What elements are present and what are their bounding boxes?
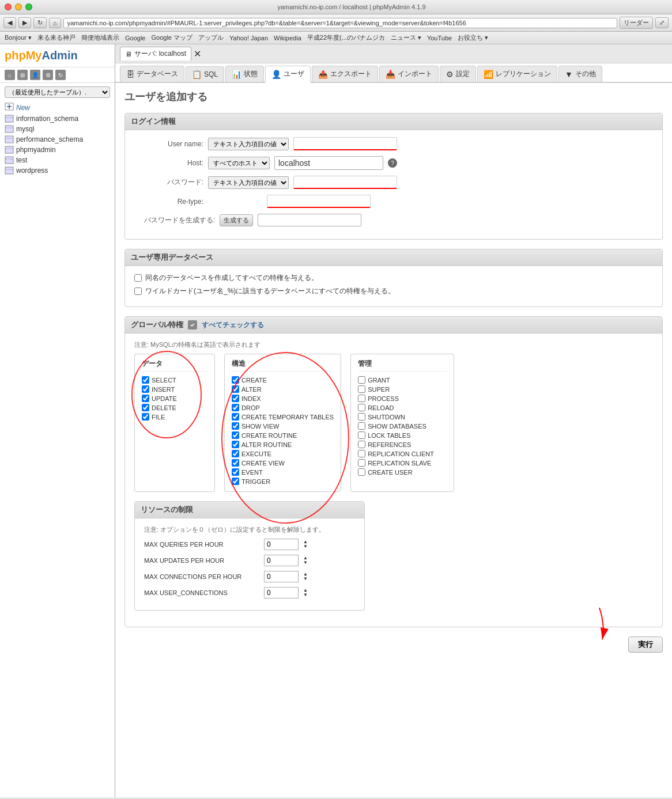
bookmark-wikipedia[interactable]: Wikipedia (274, 35, 301, 41)
sidebar-item-phpmyadmin[interactable]: phpmyadmin (0, 145, 115, 155)
refresh-button[interactable]: ↻ (33, 17, 47, 28)
sidebar-item-wordpress[interactable]: wordpress (0, 165, 115, 176)
password-input[interactable] (293, 176, 397, 189)
bookmark-chiiki[interactable]: 簡便地域表示 (81, 33, 119, 42)
bookmark-yahoo[interactable]: Yahoo! Japan (229, 35, 268, 41)
forward-button[interactable]: ▶ (18, 17, 31, 28)
db-icon (5, 166, 14, 175)
host-label: Host: (134, 159, 203, 167)
checkbox-process[interactable] (358, 395, 365, 402)
sidebar-item-test[interactable]: test (0, 155, 115, 165)
checkbox-execute[interactable] (232, 450, 239, 457)
checkbox-create-temp[interactable] (232, 413, 239, 421)
reader-button[interactable]: リーダー (620, 17, 653, 29)
checkbox-show-db[interactable] (358, 422, 365, 430)
server-tab[interactable]: 🖥 サーバ: localhost (120, 47, 191, 60)
sidebar-refresh-icon[interactable]: ↻ (55, 70, 66, 80)
window-maximize-btn[interactable] (25, 3, 32, 10)
checkbox-alter[interactable] (232, 385, 239, 393)
tab-sql[interactable]: 📋 SQL (186, 66, 224, 82)
resource-input-1[interactable] (264, 555, 299, 566)
window-minimize-btn[interactable] (15, 3, 22, 10)
checkbox-event[interactable] (232, 468, 239, 476)
svg-rect-13 (5, 167, 13, 174)
host-type-select[interactable]: すべてのホスト (208, 157, 270, 169)
sidebar-item-information-schema[interactable]: information_schema (0, 113, 115, 124)
checkbox-replication-slave[interactable] (358, 459, 365, 467)
checkbox-index[interactable] (232, 395, 239, 402)
check-all-button[interactable]: すべてチェックする (202, 320, 264, 330)
bookmark-oyakudachi[interactable]: お役立ち ▾ (458, 33, 488, 42)
checkbox-shutdown[interactable] (358, 413, 365, 421)
host-help-icon[interactable]: ? (388, 158, 397, 168)
fullscreen-button[interactable]: ⤢ (655, 17, 669, 28)
password-type-select[interactable]: テキスト入力項目の値 (208, 176, 289, 189)
sidebar-user-icon[interactable]: 👤 (30, 70, 40, 80)
tab-user[interactable]: 👤 ユーザ (265, 66, 311, 83)
bookmark-google-maps[interactable]: Google マップ (151, 33, 192, 42)
tab-settings[interactable]: ⚙ 設定 (440, 66, 476, 82)
checkbox-super[interactable] (358, 385, 365, 393)
resource-input-2[interactable] (264, 571, 299, 582)
checkbox-create-view[interactable] (232, 459, 239, 467)
resource-spinner-3[interactable]: ▲ ▼ (303, 588, 308, 597)
sidebar-item-performance-schema[interactable]: performance_schema (0, 134, 115, 145)
resource-spinner-1[interactable]: ▲ ▼ (303, 556, 308, 565)
address-bar[interactable] (63, 18, 617, 28)
checkbox-reload[interactable] (358, 404, 365, 411)
tab-database[interactable]: 🗄 データベース (120, 66, 184, 82)
generated-password-input[interactable] (258, 214, 361, 226)
bookmark-kuru[interactable]: 来る来る神戸 (37, 33, 75, 42)
checkbox-select[interactable] (142, 376, 149, 384)
checkbox-insert[interactable] (142, 385, 149, 393)
checkbox-create-routine[interactable] (232, 431, 239, 439)
execute-button[interactable]: 実行 (628, 637, 663, 653)
bookmark-news[interactable]: ニュース ▾ (391, 33, 421, 42)
sidebar-home-icon[interactable]: ⌂ (5, 70, 15, 80)
host-input[interactable] (274, 156, 383, 170)
username-type-select[interactable]: テキスト入力項目の値 (208, 138, 289, 150)
resource-spinner-2[interactable]: ▲ ▼ (303, 572, 308, 581)
checkbox-update[interactable] (142, 395, 149, 402)
checkbox-create[interactable] (232, 376, 239, 384)
resource-input-3[interactable] (264, 587, 299, 599)
sidebar-item-mysql[interactable]: mysql (0, 124, 115, 134)
bookmark-apple[interactable]: アップル (198, 33, 224, 42)
checkbox-create-user[interactable] (358, 468, 365, 476)
user-db-checkbox1[interactable] (134, 274, 142, 282)
bookmark-heisei[interactable]: 平成22年度(...のパナムジカ (307, 33, 385, 42)
sidebar-item-new[interactable]: New (0, 101, 115, 113)
checkbox-show-view[interactable] (232, 422, 239, 430)
checkbox-delete[interactable] (142, 404, 149, 411)
tab-import[interactable]: 📥 インポート (379, 66, 439, 82)
window-close-btn[interactable] (5, 3, 12, 10)
checkbox-references[interactable] (358, 441, 365, 448)
bookmark-google[interactable]: Google (125, 35, 145, 41)
recent-table-select[interactable]: （最近使用したテーブル）. (5, 86, 110, 98)
checkbox-trigger[interactable] (232, 478, 239, 485)
tab-export[interactable]: 📤 エクスポート (312, 66, 378, 82)
sidebar-settings-icon[interactable]: ⚙ (43, 70, 53, 80)
priv-execute: EXECUTE (232, 450, 334, 457)
tab-other[interactable]: ▼ その他 (558, 66, 602, 82)
tab-replication[interactable]: 📶 レプリケーション (477, 66, 557, 82)
checkbox-replication-client[interactable] (358, 450, 365, 457)
bookmark-bonjour[interactable]: Bonjour ▾ (5, 34, 32, 41)
resource-input-0[interactable] (264, 539, 299, 550)
home-button[interactable]: ⌂ (49, 18, 61, 28)
checkbox-file[interactable] (142, 413, 149, 421)
retype-input[interactable] (267, 195, 371, 208)
checkbox-lock-tables[interactable] (358, 431, 365, 439)
generate-password-button[interactable]: 生成する (220, 214, 253, 226)
checkbox-grant[interactable] (358, 376, 365, 384)
checkbox-alter-routine[interactable] (232, 441, 239, 448)
bookmark-youtube[interactable]: YouTube (427, 35, 452, 41)
sidebar-db-icon[interactable]: ⊞ (17, 70, 28, 80)
checkbox-drop[interactable] (232, 404, 239, 411)
close-tab-icon[interactable]: ✕ (194, 48, 201, 59)
back-button[interactable]: ◀ (3, 17, 16, 28)
user-db-checkbox2[interactable] (134, 287, 142, 295)
username-input[interactable] (293, 137, 397, 150)
resource-spinner-0[interactable]: ▲ ▼ (303, 540, 308, 549)
tab-status[interactable]: 📊 状態 (225, 66, 264, 82)
